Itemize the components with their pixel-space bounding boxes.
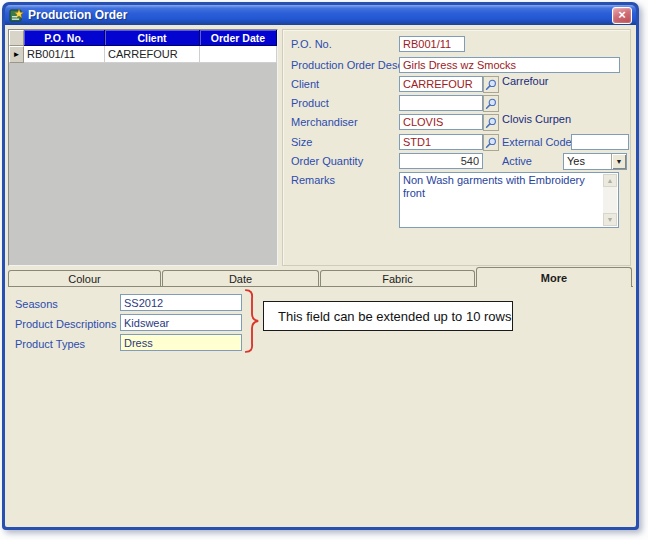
app-icon: [9, 8, 24, 23]
cell-order-date[interactable]: [200, 46, 277, 63]
product-descriptions-label: Product Descriptions: [15, 318, 117, 330]
scroll-up-icon[interactable]: ▲: [603, 174, 617, 187]
product-field[interactable]: [399, 95, 483, 111]
merchandiser-label: Merchandiser: [291, 116, 358, 128]
client-field[interactable]: [399, 76, 483, 92]
production-order-desc-field[interactable]: [399, 57, 620, 73]
column-header-order-date[interactable]: Order Date: [200, 30, 277, 46]
production-order-desc-label: Production Order Desc: [291, 59, 403, 71]
external-code-label: External Code: [502, 136, 572, 148]
tab-colour[interactable]: Colour: [8, 270, 161, 287]
client-label: Client: [291, 78, 319, 90]
magnifier-icon: [485, 117, 497, 129]
column-header-client[interactable]: Client: [105, 30, 200, 46]
order-quantity-field[interactable]: [399, 153, 483, 169]
close-button[interactable]: ×: [612, 7, 632, 24]
seasons-field[interactable]: [120, 294, 242, 311]
scroll-down-icon[interactable]: ▼: [603, 213, 617, 226]
magnifier-icon: [485, 98, 497, 110]
active-dropdown-value: Yes: [564, 154, 611, 169]
table-row[interactable]: ► RB001/11 CARREFOUR: [9, 46, 277, 63]
tab-strip: Colour Date Fabric More: [8, 267, 633, 287]
seasons-label: Seasons: [15, 298, 58, 310]
tab-more[interactable]: More: [476, 267, 632, 287]
grid-selector-header: [9, 30, 24, 46]
title-bar[interactable]: Production Order ×: [5, 5, 636, 25]
grid-header-row: P.O. No. Client Order Date: [9, 30, 277, 46]
annotation-brace: [241, 288, 263, 354]
remarks-scrollbar[interactable]: ▲ ▼: [603, 174, 617, 226]
desktop-background: Production Order × P.O. No. Client Order…: [0, 0, 648, 540]
active-label: Active: [502, 155, 532, 167]
window-title: Production Order: [28, 8, 612, 22]
orders-grid: P.O. No. Client Order Date ► RB001/11 CA…: [8, 29, 278, 266]
size-field[interactable]: [399, 134, 483, 150]
external-code-field[interactable]: [571, 134, 629, 150]
order-detail-panel: P.O. No. Production Order Desc Client Ca…: [282, 29, 631, 266]
remarks-text: Non Wash garments with Embroidery front: [403, 174, 585, 199]
product-types-label: Product Types: [15, 338, 85, 350]
product-descriptions-field[interactable]: [120, 314, 242, 331]
magnifier-icon: [485, 137, 497, 149]
client-area: P.O. No. Client Order Date ► RB001/11 CA…: [5, 25, 636, 527]
merchandiser-name-text: Clovis Curpen: [502, 113, 571, 125]
client-name-text: Carrefour: [502, 75, 548, 87]
tab-date[interactable]: Date: [162, 270, 319, 287]
po-no-label: P.O. No.: [291, 38, 332, 50]
po-no-field[interactable]: [399, 36, 465, 52]
cell-client[interactable]: CARREFOUR: [105, 46, 200, 63]
size-lookup-button[interactable]: [483, 134, 499, 151]
annotation-callout: This field can be extended up to 10 rows: [263, 301, 513, 331]
magnifier-icon: [485, 79, 497, 91]
tab-fabric[interactable]: Fabric: [320, 270, 475, 287]
active-dropdown[interactable]: Yes ▼: [563, 153, 627, 170]
remarks-field[interactable]: Non Wash garments with Embroidery front …: [399, 172, 619, 228]
chevron-down-icon[interactable]: ▼: [611, 154, 626, 169]
product-lookup-button[interactable]: [483, 95, 499, 112]
merchandiser-field[interactable]: [399, 114, 483, 130]
size-label: Size: [291, 136, 312, 148]
column-header-po-no[interactable]: P.O. No.: [24, 30, 105, 46]
remarks-label: Remarks: [291, 174, 335, 186]
product-label: Product: [291, 97, 329, 109]
merchandiser-lookup-button[interactable]: [483, 114, 499, 131]
cell-po-no[interactable]: RB001/11: [24, 46, 105, 63]
production-order-window: Production Order × P.O. No. Client Order…: [2, 2, 639, 530]
product-types-field[interactable]: [120, 334, 242, 351]
client-lookup-button[interactable]: [483, 76, 499, 93]
row-selector-arrow-icon: ►: [9, 46, 24, 63]
order-quantity-label: Order Quantity: [291, 155, 363, 167]
